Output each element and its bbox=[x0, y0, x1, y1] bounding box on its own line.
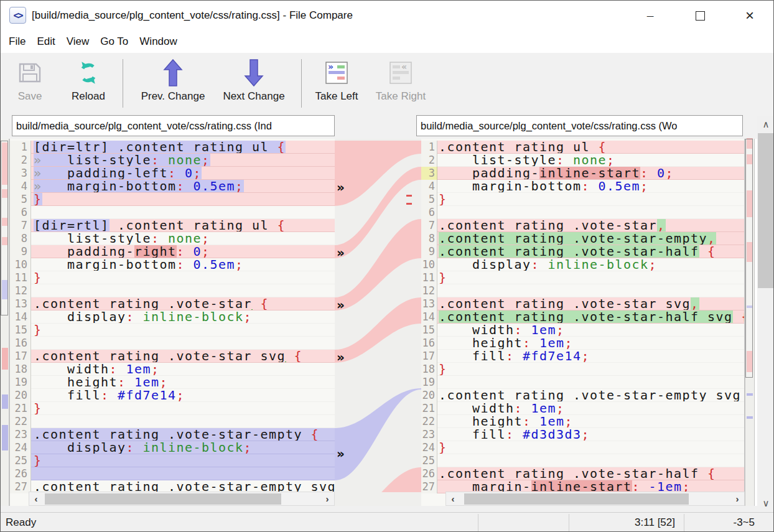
scroll-right-icon[interactable]: › bbox=[320, 492, 334, 505]
left-code-line[interactable]: 6 bbox=[10, 206, 335, 219]
right-code-line[interactable]: 13.content_rating .vote-star svg, bbox=[421, 297, 744, 310]
left-code-line[interactable]: 1[dir=ltr] .content_rating ul { bbox=[10, 141, 335, 154]
left-file-header[interactable]: build/media_source/plg_content_vote/css/… bbox=[12, 115, 335, 136]
left-code-line[interactable]: 19 height: 1em; bbox=[10, 376, 335, 389]
overview-diff-mark[interactable] bbox=[747, 393, 753, 396]
left-code-line[interactable]: 15} bbox=[10, 324, 335, 337]
line-number: 21 bbox=[421, 402, 437, 415]
right-code-line[interactable]: 21 width: 1em; bbox=[421, 402, 744, 415]
prev-change-button[interactable]: Prev. Change bbox=[134, 57, 212, 110]
scroll-right-icon[interactable]: › bbox=[730, 492, 744, 505]
reload-button[interactable]: Reload bbox=[64, 57, 113, 110]
scroll-left-icon[interactable]: ‹ bbox=[446, 492, 460, 505]
take-right-button[interactable]: « Take Right bbox=[371, 57, 430, 110]
scroll-up-icon[interactable]: ∧ bbox=[757, 116, 774, 133]
right-code-line[interactable]: 16 height: 1em; bbox=[421, 337, 744, 350]
next-change-button[interactable]: Next Change bbox=[216, 57, 292, 110]
right-code-line[interactable]: 3 padding-inline-start: 0; bbox=[421, 167, 744, 180]
take-left-button[interactable]: » Take Left bbox=[310, 57, 363, 110]
left-code-line[interactable]: 18 width: 1em; bbox=[10, 363, 335, 376]
menu-window[interactable]: Window bbox=[138, 33, 184, 50]
right-code-line[interactable]: 14.content_rating .vote-star-half svg { bbox=[421, 310, 744, 324]
left-code-line[interactable]: 2» list-style: none; bbox=[10, 154, 335, 167]
left-code-line[interactable]: 5} bbox=[10, 193, 335, 206]
right-code-line[interactable]: 19 bbox=[421, 376, 744, 389]
overview-diff-mark[interactable] bbox=[2, 425, 8, 450]
left-code-line[interactable]: 9 padding-right: 0; bbox=[10, 245, 335, 258]
right-code-line[interactable]: 6 bbox=[421, 206, 744, 219]
left-code-line[interactable]: 13.content_rating .vote-star { bbox=[10, 297, 335, 310]
scrollbar-thumb[interactable] bbox=[758, 133, 774, 288]
scrollbar-thumb[interactable] bbox=[45, 493, 281, 505]
right-code-line[interactable]: 12 bbox=[421, 284, 744, 297]
right-code-line[interactable]: 1.content_rating ul { bbox=[421, 141, 744, 154]
vertical-scrollbar[interactable]: ∧ ∨ bbox=[757, 116, 774, 512]
overview-viewport-box[interactable] bbox=[745, 139, 753, 378]
left-code-line[interactable]: 20 fill: #fd7e14; bbox=[10, 389, 335, 402]
window-title: [build/media_source/plg_content_vote/css… bbox=[32, 9, 353, 22]
line-number: 19 bbox=[421, 376, 437, 389]
left-code-line[interactable]: 8 list-style: none; bbox=[10, 232, 335, 245]
left-code-line[interactable]: 14 display: inline-block; bbox=[10, 310, 335, 324]
left-code-line[interactable]: 21} bbox=[10, 402, 335, 415]
right-horizontal-scrollbar[interactable]: ‹ › bbox=[445, 492, 745, 506]
left-code-line[interactable]: 24 display: inline-block; bbox=[10, 441, 335, 454]
close-button[interactable]: × bbox=[732, 1, 767, 30]
menu-edit[interactable]: Edit bbox=[35, 33, 62, 50]
right-code-line[interactable]: 5} bbox=[421, 193, 744, 206]
overview-diff-mark[interactable] bbox=[2, 348, 8, 370]
left-code-line[interactable]: 11} bbox=[10, 271, 335, 284]
overview-diff-mark[interactable] bbox=[747, 416, 753, 419]
left-code-line[interactable]: 17.content_rating .vote-star svg { bbox=[10, 350, 335, 363]
right-file-header[interactable]: build/media_source/plg_content_vote/css/… bbox=[416, 115, 743, 136]
left-overview-strip[interactable] bbox=[1, 139, 9, 506]
left-code-line[interactable]: 22 bbox=[10, 415, 335, 428]
merge-change-chevron[interactable]: » bbox=[337, 298, 355, 312]
left-code-line[interactable]: 12 bbox=[10, 284, 335, 297]
right-code-line[interactable]: 9.content_rating .vote-star-half { bbox=[421, 245, 744, 258]
right-code-line[interactable]: 15 width: 1em; bbox=[421, 324, 744, 337]
right-code-line[interactable]: 17 fill: #fd7e14; bbox=[421, 350, 744, 363]
right-code-line[interactable]: 25 bbox=[421, 454, 744, 467]
left-code-pane[interactable]: 1[dir=ltr] .content_rating ul {2» list-s… bbox=[9, 139, 335, 506]
menu-view[interactable]: View bbox=[65, 33, 96, 50]
left-code-line[interactable]: 25} bbox=[10, 454, 335, 467]
scroll-down-icon[interactable]: ∨ bbox=[757, 495, 774, 512]
right-code-line[interactable]: 26.content_rating .vote-star-half { bbox=[421, 467, 744, 480]
left-code-line[interactable]: 3» padding-left: 0; bbox=[10, 167, 335, 180]
right-overview-strip[interactable] bbox=[745, 139, 755, 506]
code-text: width: 1em; bbox=[437, 402, 744, 415]
left-code-line[interactable]: 7[dir=rtl] .content_rating ul { bbox=[10, 219, 335, 232]
right-code-line[interactable]: 7.content_rating .vote-star, bbox=[421, 219, 744, 232]
menu-file[interactable]: File bbox=[7, 33, 32, 50]
right-code-line[interactable]: 24} bbox=[421, 441, 744, 454]
right-code-line[interactable]: 23 fill: #d3d3d3; bbox=[421, 428, 744, 441]
right-code-line[interactable]: 22 height: 1em; bbox=[421, 415, 744, 428]
right-code-line[interactable]: 8.content_rating .vote-star-empty, bbox=[421, 232, 744, 245]
right-code-line[interactable]: 20.content_rating .vote-star-empty svg bbox=[421, 389, 744, 402]
left-code-line[interactable]: 26 bbox=[10, 467, 335, 480]
left-code-line[interactable]: 16 bbox=[10, 337, 335, 350]
left-code-line[interactable]: 4» margin-bottom: 0.5em; bbox=[10, 180, 335, 193]
minimize-button[interactable]: ─ bbox=[633, 1, 668, 30]
left-code-line[interactable]: 10 margin-bottom: 0.5em; bbox=[10, 258, 335, 271]
right-code-line[interactable]: 10 display: inline-block; bbox=[421, 258, 744, 271]
merge-change-chevron[interactable]: » bbox=[337, 350, 355, 364]
scrollbar-thumb[interactable] bbox=[464, 493, 689, 505]
merge-change-chevron[interactable]: » bbox=[337, 180, 355, 194]
left-code-line[interactable]: 23.content_rating .vote-star-empty { bbox=[10, 428, 335, 441]
scroll-left-icon[interactable]: ‹ bbox=[29, 492, 43, 505]
right-code-line[interactable]: 18} bbox=[421, 363, 744, 376]
left-horizontal-scrollbar[interactable]: ‹ › bbox=[29, 492, 335, 506]
right-code-pane[interactable]: 1.content_rating ul {2 list-style: none;… bbox=[421, 139, 745, 506]
save-button[interactable]: Save bbox=[8, 57, 52, 110]
overview-viewport-box[interactable] bbox=[1, 141, 8, 315]
merge-change-chevron[interactable]: » bbox=[337, 246, 355, 259]
right-code-line[interactable]: 11} bbox=[421, 271, 744, 284]
menu-goto[interactable]: Go To bbox=[98, 33, 135, 50]
right-code-line[interactable]: 2 list-style: none; bbox=[421, 154, 744, 167]
right-code-line[interactable]: 4 margin-bottom: 0.5em; bbox=[421, 180, 744, 193]
overview-diff-mark[interactable] bbox=[2, 394, 8, 409]
merge-change-chevron[interactable]: » bbox=[337, 447, 355, 460]
maximize-button[interactable] bbox=[683, 1, 717, 30]
